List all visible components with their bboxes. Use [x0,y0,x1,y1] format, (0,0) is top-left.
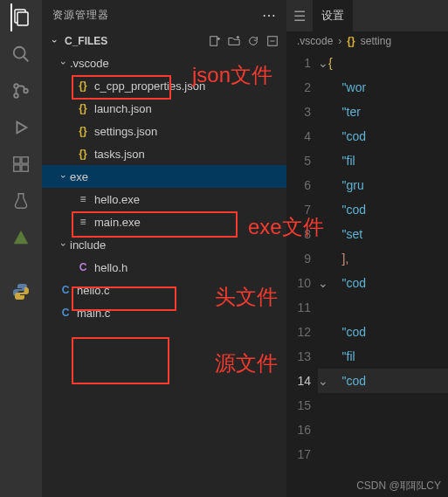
folder-name: .vscode [70,57,109,70]
file-name: settings.json [94,125,157,138]
folder-row[interactable]: ›include [42,233,286,256]
folder-name: exe [70,170,88,183]
source-control-icon[interactable] [10,80,31,101]
file-name: hello.exe [94,193,140,206]
code-line: ⌄ "cod [318,369,448,393]
file-row[interactable]: Cmain.c [42,301,286,324]
file-row[interactable]: Chello.c [42,279,286,301]
new-folder-icon[interactable] [227,34,241,48]
code-line: "gru [318,173,448,197]
code-line [318,418,448,442]
code-line: "cod [318,320,448,344]
sidebar-more-icon[interactable]: ⋯ [262,7,276,24]
search-icon[interactable] [10,44,31,65]
file-row[interactable]: {}launch.json [42,97,286,120]
svg-rect-9 [14,165,20,171]
code-line: "set [318,222,448,246]
code-line: "cod [318,124,448,148]
svg-point-4 [14,84,18,88]
svg-rect-11 [22,157,28,163]
line-number: 4 [286,124,311,148]
breadcrumb-file: setting [361,35,391,47]
breadcrumb[interactable]: .vscode › {} setting [286,31,448,51]
file-name: hello.h [94,261,128,274]
chevron-down-icon: › [59,57,69,69]
testing-icon[interactable] [10,190,31,211]
debug-icon[interactable] [10,117,31,138]
code-line: "wor [318,75,448,100]
exe-file-icon: ≡ [75,193,91,205]
collapse-icon[interactable] [265,34,279,48]
line-number: 10 [286,271,311,295]
svg-rect-1 [17,12,28,25]
file-name: tasks.json [94,148,145,161]
cmake-icon[interactable] [10,227,31,248]
line-number: 12 [286,320,311,344]
file-name: hello.c [77,284,110,297]
code-editor[interactable]: 1234567891011121314151617 ⌄{ "wor "ter "… [286,51,448,466]
exe-file-icon: ≡ [75,216,91,228]
file-row[interactable]: {}c_cpp_properties.json [42,74,286,97]
svg-rect-13 [210,37,217,46]
line-number: 7 [286,197,311,222]
code-line: "cod [318,197,448,222]
new-file-icon[interactable] [208,34,222,48]
svg-point-5 [14,93,18,98]
editor-area: ☰ 设置 .vscode › {} setting 12345678910111… [286,0,448,497]
breadcrumb-separator: › [338,35,341,47]
svg-line-3 [24,57,29,62]
file-name: main.c [77,307,110,320]
json-file-icon: {} [75,102,91,114]
code-line: ⌄{ [318,51,448,75]
file-name: main.exe [94,216,141,229]
code-line: ], [318,246,448,271]
c-file-icon: C [58,284,73,296]
file-row[interactable]: ≡hello.exe [42,188,286,211]
file-row[interactable]: Chello.h [42,256,286,279]
code-line [318,295,448,320]
line-number: 8 [286,222,311,246]
tab-bar: ☰ 设置 [286,0,448,31]
line-number: 5 [286,148,311,173]
line-number: 1 [286,51,311,75]
folder-root[interactable]: › C_FILES [42,31,286,52]
line-number: 11 [286,295,311,320]
refresh-icon[interactable] [246,34,260,48]
json-file-icon: {} [75,125,91,137]
h-file-icon: C [75,261,91,273]
svg-marker-7 [17,122,26,134]
root-folder-name: C_FILES [65,35,208,47]
json-file-icon: {} [75,79,91,92]
extensions-icon[interactable] [10,154,31,175]
file-row[interactable]: ≡main.exe [42,211,286,233]
folder-name: include [70,238,106,252]
folder-row[interactable]: ›exe [42,165,286,188]
activity-bar [0,0,42,497]
tab-settings[interactable]: 设置 [313,0,353,31]
tab-menu-icon[interactable]: ☰ [293,8,306,24]
file-row[interactable]: {}settings.json [42,120,286,142]
svg-point-2 [14,47,25,59]
code-line: "fil [318,344,448,369]
svg-rect-10 [22,165,28,171]
file-name: c_cpp_properties.json [94,79,205,93]
line-number: 16 [286,418,311,442]
line-number: 3 [286,100,311,124]
code-line: "fil [318,148,448,173]
explorer-icon[interactable] [10,7,31,28]
line-number: 6 [286,173,311,197]
line-number: 14 [286,369,311,393]
folder-row[interactable]: ›.vscode [42,52,286,74]
python-icon[interactable] [10,281,31,302]
line-number: 17 [286,442,311,466]
svg-point-6 [24,89,28,93]
watermark: CSDN @耶耶LCY [356,479,441,494]
tab-label: 设置 [321,8,344,24]
file-row[interactable]: {}tasks.json [42,142,286,165]
breadcrumb-folder: .vscode [297,35,333,47]
line-number: 15 [286,393,311,418]
json-icon: {} [347,35,355,47]
code-line: "ter [318,100,448,124]
code-line [318,442,448,466]
line-number: 9 [286,246,311,271]
